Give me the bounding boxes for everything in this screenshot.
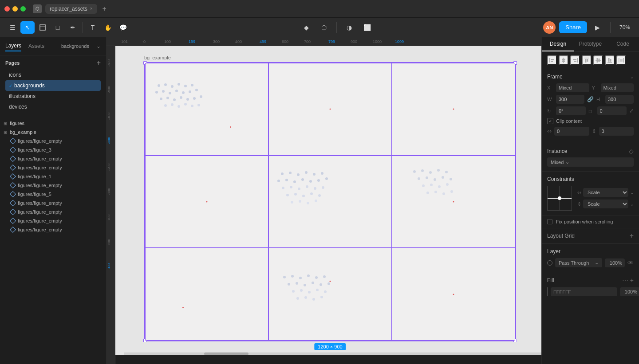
layer-item-6[interactable]: figures/figure_5 (0, 190, 106, 199)
opacity-input[interactable] (605, 258, 625, 267)
text-tool-button[interactable]: T (86, 21, 100, 34)
frame-tool-button[interactable] (36, 21, 50, 34)
page-item-backgrounds[interactable]: ✓ backgrounds (5, 80, 101, 91)
zoom-level[interactable]: 70% (616, 23, 634, 32)
maximize-window-btn[interactable] (20, 6, 26, 12)
layer-item-8[interactable]: figures/figure_empty (0, 207, 106, 216)
layer-item-1[interactable]: figures/figure_3 (0, 145, 106, 154)
align-left-button[interactable] (547, 55, 557, 65)
file-tab[interactable]: replacer_assets × (45, 4, 97, 14)
align-center-v-button[interactable] (593, 55, 603, 65)
fill-options-button[interactable]: ⋯ (622, 277, 628, 284)
scrollbar-thumb[interactable] (204, 352, 248, 355)
close-window-btn[interactable] (4, 6, 10, 12)
component-icon (10, 182, 16, 188)
panel-header: Layers Assets backgrounds ⌄ (0, 37, 106, 55)
v-constraint-select[interactable]: Scale (583, 200, 628, 208)
x-input[interactable] (556, 83, 589, 92)
clip-content-checkbox[interactable]: ✓ (547, 118, 553, 124)
layer-item-10[interactable]: figures/figure_empty (0, 225, 106, 234)
layout-grid-section: Layout Grid + (542, 228, 639, 244)
layer-item-2[interactable]: figures/figure_empty (0, 154, 106, 163)
grid-cell-2-1[interactable] (268, 248, 392, 341)
pen-tool-button[interactable]: ✒ (66, 21, 80, 34)
add-tab-button[interactable]: + (103, 5, 106, 13)
ruler-mark-v: -400 (107, 113, 111, 120)
corner-input[interactable] (597, 106, 627, 115)
h-constraint-select[interactable]: Scale (583, 188, 628, 197)
layer-item-9[interactable]: figures/figure_empty (0, 216, 106, 225)
v-padding-input[interactable] (599, 127, 634, 136)
shape-tool-button[interactable]: □ (51, 21, 65, 34)
rotation-input[interactable] (556, 106, 586, 115)
visibility-toggle-button[interactable]: 👁 (627, 259, 634, 266)
assets-tool-button[interactable]: ⬡ (317, 21, 331, 34)
align-top-button[interactable] (582, 55, 592, 65)
h-padding-input[interactable] (554, 127, 589, 136)
share-button[interactable]: Share (559, 21, 587, 33)
bg-example-frame[interactable]: 1200 × 900 (144, 62, 516, 341)
grid-cell-2-0[interactable] (145, 248, 268, 341)
tab-layers[interactable]: Layers (5, 41, 21, 51)
scrollbar-track[interactable] (124, 352, 541, 355)
link-icon[interactable]: 🔗 (587, 96, 594, 102)
add-page-button[interactable]: + (97, 59, 101, 67)
h-input[interactable] (605, 95, 634, 104)
svg-point-19 (186, 98, 189, 101)
layer-item-7[interactable]: figures/figure_empty (0, 199, 106, 207)
distribute-button[interactable] (616, 55, 626, 65)
y-input[interactable] (601, 83, 634, 92)
align-right-button[interactable] (570, 55, 580, 65)
minimize-window-btn[interactable] (12, 6, 18, 12)
frame-collapse-icon[interactable]: ⌄ (630, 74, 634, 79)
layer-item-figures[interactable]: ⊞ figures (0, 119, 106, 128)
tab-prototype[interactable]: Prototype (574, 37, 607, 51)
fix-position-checkbox[interactable] (547, 219, 552, 224)
hand-tool-button[interactable]: ✋ (101, 21, 115, 34)
fill-tool-button[interactable]: ⬜ (360, 21, 374, 34)
comment-tool-button[interactable]: 💬 (116, 21, 130, 34)
blend-mode-select[interactable]: Pass Through ⌄ (555, 258, 602, 267)
align-center-h-button[interactable] (559, 55, 568, 65)
svg-point-17 (173, 98, 176, 101)
grid-cell-1-0[interactable] (145, 156, 268, 248)
tab-code[interactable]: Code (607, 37, 639, 51)
add-fill-button[interactable]: + (630, 277, 634, 284)
grid-cell-0-1[interactable] (268, 63, 392, 156)
instance-badge[interactable]: Mixed ⌄ (547, 157, 634, 167)
align-bottom-button[interactable] (605, 55, 615, 65)
tab-close-icon[interactable]: × (90, 6, 93, 11)
layer-item-5[interactable]: figures/figure_empty (0, 181, 106, 190)
w-input[interactable] (556, 95, 584, 104)
layer-item-bg-example[interactable]: ⊞ bg_example (0, 128, 106, 137)
grid-cell-2-2[interactable] (392, 248, 515, 341)
instance-reset-icon[interactable]: ◇ (629, 148, 634, 155)
add-layout-grid-button[interactable]: + (630, 232, 634, 240)
grid-cell-0-0[interactable] (145, 63, 268, 156)
page-item-illustrations[interactable]: illustrations (5, 91, 101, 102)
play-button[interactable]: ▶ (591, 21, 605, 34)
svg-rect-112 (610, 59, 611, 62)
theme-tool-button[interactable]: ◑ (342, 21, 356, 34)
layer-item-3[interactable]: figures/figure_empty (0, 163, 106, 172)
grid-cell-0-2[interactable] (392, 63, 515, 156)
tab-design[interactable]: Design (542, 37, 574, 51)
fill-opacity-input[interactable] (620, 287, 639, 296)
tab-assets[interactable]: Assets (28, 41, 44, 51)
layer-item-4[interactable]: figures/figure_1 (0, 172, 106, 181)
component-tool-button[interactable]: ◆ (299, 21, 313, 34)
page-item-icons[interactable]: icons (5, 70, 101, 80)
grid-cell-1-1[interactable] (268, 156, 392, 248)
svg-point-46 (322, 186, 324, 189)
canvas-content[interactable]: bg_example (115, 46, 541, 355)
expand-icon[interactable]: ⤢ (629, 108, 634, 114)
component-icon (10, 164, 16, 171)
menu-button[interactable]: ☰ (5, 21, 20, 34)
fill-color-swatch[interactable] (547, 287, 548, 296)
layer-item-0[interactable]: figures/figure_empty (0, 137, 106, 145)
page-item-devices[interactable]: devices (5, 102, 101, 112)
fill-hex-input[interactable] (551, 287, 617, 296)
red-dot (182, 307, 184, 308)
grid-cell-1-2[interactable] (392, 156, 515, 248)
select-tool-button[interactable]: ↖ (20, 21, 35, 34)
